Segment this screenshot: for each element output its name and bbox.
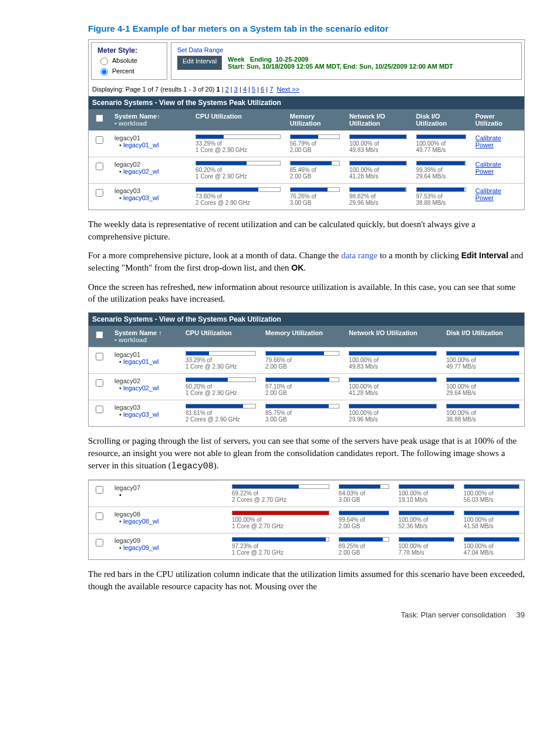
- net-value: 100.00% of: [349, 140, 407, 147]
- pager-7[interactable]: 7: [269, 86, 273, 93]
- row-checkbox[interactable]: [96, 486, 103, 494]
- col-check: [89, 109, 110, 131]
- figure-title: Figure 4-1 Example of bar meters on a Sy…: [88, 23, 525, 33]
- edit-interval-bold: Edit Interval: [461, 251, 508, 260]
- pager-4[interactable]: 4: [243, 86, 247, 93]
- cpu-value: 60.20% of: [195, 167, 281, 173]
- disk-value: 100.00% of: [446, 383, 519, 390]
- mem-value: 79.66% of: [265, 357, 339, 363]
- col-cpu[interactable]: CPU Utilization: [181, 326, 261, 347]
- col-disk[interactable]: Disk I/O Utilization: [441, 326, 524, 347]
- calibrate-link[interactable]: Calibrate: [475, 134, 501, 141]
- workload-link[interactable]: legacy03_wl: [119, 411, 176, 418]
- disk-sub: 56.03 MB/s: [464, 497, 519, 503]
- radio-percent[interactable]: [100, 68, 108, 76]
- row-checkbox[interactable]: [96, 539, 103, 546]
- col-disk[interactable]: Disk I/OUtilization: [411, 109, 471, 131]
- cpu-value: 33.29% of: [195, 140, 281, 147]
- cpu-sub: 1 Core @ 2.70 GHz: [232, 549, 329, 556]
- disk-value: 100.00% of: [464, 543, 519, 549]
- table1-banner: Scenario Systems - View of the Systems P…: [89, 96, 524, 109]
- system-name: legacy03: [114, 187, 186, 194]
- system-name: legacy03: [114, 404, 176, 411]
- row-checkbox[interactable]: [96, 406, 103, 413]
- select-all-checkbox[interactable]: [96, 331, 103, 339]
- col-mem[interactable]: Memory Utilization: [261, 326, 344, 347]
- disk-value: 97.53% of: [416, 193, 466, 200]
- col-net[interactable]: Network I/OUtilization: [345, 109, 411, 131]
- col-cpu[interactable]: CPU Utilization: [191, 109, 285, 131]
- cpu-value: 97.23% of: [232, 543, 329, 549]
- screenshot-monthly: Scenario Systems - View of the Systems P…: [88, 312, 525, 427]
- power-link[interactable]: Power: [475, 141, 494, 148]
- net-sub: 49.83 Mb/s: [349, 147, 407, 153]
- col-check: [89, 326, 110, 347]
- calibrate-link[interactable]: Calibrate: [475, 161, 501, 168]
- power-link[interactable]: Power: [475, 194, 494, 201]
- disk-sub: 29.64 MB/s: [416, 173, 466, 180]
- cpu-sub: 1 Core @ 2.70 GHz: [232, 523, 329, 529]
- net-sub: 49.83 Mb/s: [349, 363, 437, 370]
- col-mem[interactable]: MemoryUtilization: [285, 109, 345, 131]
- col-net[interactable]: Network I/O Utilization: [344, 326, 441, 347]
- workload-link[interactable]: legacy09_wl: [119, 544, 222, 551]
- pager-prefix: Displaying: Page 1 of 7 (results 1 - 3 o…: [92, 86, 217, 93]
- pager-current: 1: [217, 86, 220, 93]
- pager-3[interactable]: 3: [234, 86, 238, 93]
- net-value: 100.00% of: [349, 167, 407, 173]
- para2a: For a more comprehensive picture, look a…: [88, 251, 341, 260]
- workload-link[interactable]: legacy01_wl: [119, 358, 176, 365]
- net-sub: 52.36 Mb/s: [399, 523, 454, 529]
- calibrate-link[interactable]: Calibrate: [475, 187, 501, 194]
- disk-value: 100.00% of: [446, 357, 519, 363]
- data-range-link[interactable]: data range: [341, 251, 377, 260]
- edit-interval-button[interactable]: Edit Interval: [177, 56, 222, 70]
- net-sub: 7.78 Mb/s: [399, 549, 454, 556]
- pager-next[interactable]: Next >>: [276, 86, 299, 93]
- workload-link[interactable]: legacy02_wl: [119, 168, 186, 175]
- select-all-checkbox[interactable]: [96, 114, 103, 122]
- col-power[interactable]: PowerUtilizatio: [471, 109, 524, 131]
- mem-value: 84.03% of: [339, 490, 389, 497]
- row-checkbox[interactable]: [96, 189, 103, 197]
- meter-style-label: Meter Style:: [97, 46, 161, 55]
- pager-2[interactable]: 2: [225, 86, 229, 93]
- workload-link[interactable]: legacy01_wl: [119, 141, 186, 148]
- cpu-sub: 1 Core @ 2.90 GHz: [185, 363, 256, 370]
- radio-absolute[interactable]: [100, 58, 108, 65]
- week-label: Week: [228, 56, 245, 63]
- pager-6[interactable]: 6: [261, 86, 264, 93]
- footer-task: Task: Plan server consolidation: [401, 610, 506, 619]
- workload-link[interactable]: legacy02_wl: [119, 384, 176, 391]
- system-name: legacy02: [114, 161, 186, 168]
- row-checkbox[interactable]: [96, 353, 103, 360]
- pager-5[interactable]: 5: [252, 86, 255, 93]
- meter-absolute-option[interactable]: Absolute: [97, 56, 161, 65]
- cpu-value: 33.29% of: [185, 357, 256, 363]
- system-name: legacy02: [114, 377, 176, 384]
- mem-value: 89.25% of: [339, 543, 389, 549]
- cpu-sub: 2 Cores @ 2.70 GHz: [232, 497, 329, 503]
- col-system[interactable]: System Name ↑• workload: [110, 326, 181, 347]
- set-data-range-link[interactable]: Set Data Range: [177, 46, 515, 53]
- table-row: legacy08legacy08_wl100.00% of1 Core @ 2.…: [89, 507, 524, 534]
- row-checkbox[interactable]: [96, 379, 103, 387]
- row-checkbox[interactable]: [96, 512, 103, 520]
- row-checkbox[interactable]: [96, 163, 103, 170]
- disk-sub: 29.64 MB/s: [446, 390, 519, 396]
- col-system[interactable]: System Name↑• workload: [110, 109, 191, 131]
- meter-percent-option[interactable]: Percent: [97, 66, 161, 76]
- para-refreshed: Once the screen has refreshed, new infor…: [88, 281, 525, 305]
- mem-sub: 3.00 GB: [265, 416, 339, 423]
- ending-date: 10-25-2009: [275, 56, 308, 63]
- mem-sub: 2.00 GB: [339, 549, 389, 556]
- table2-banner: Scenario Systems - View of the Systems P…: [89, 313, 524, 326]
- row-checkbox[interactable]: [96, 136, 103, 144]
- para-redbars: The red bars in the CPU utilization colu…: [88, 568, 525, 592]
- disk-sub: 41.58 MB/s: [464, 523, 519, 529]
- workload-link[interactable]: legacy08_wl: [119, 518, 222, 525]
- disk-value: 100.00% of: [464, 517, 519, 523]
- cpu-value: 73.60% of: [195, 193, 281, 200]
- workload-link[interactable]: legacy03_wl: [119, 194, 186, 201]
- power-link[interactable]: Power: [475, 168, 494, 175]
